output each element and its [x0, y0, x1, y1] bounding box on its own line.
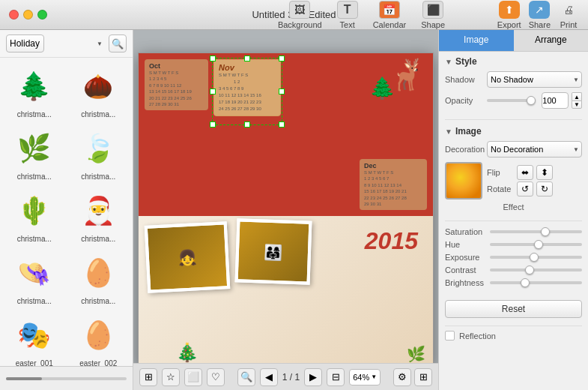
thumbnail-button[interactable]: ⊟ [327, 368, 345, 386]
star-view-button[interactable]: ☆ [162, 368, 180, 386]
style-section: ▼ Style Shadow No Shadow Drop Shadow Inn… [439, 52, 588, 118]
saturation-slider-wrapper [490, 230, 582, 233]
share-tool[interactable]: ↗ Share [529, 1, 551, 29]
opacity-slider-track [487, 99, 536, 102]
calendar-label: Calendar [373, 20, 407, 29]
contrast-thumb[interactable] [525, 266, 534, 274]
exposure-thumb[interactable] [530, 253, 539, 262]
opacity-label: Opacity [445, 96, 484, 105]
asset-image: 🥚 [76, 250, 121, 296]
asset-label: christma... [17, 110, 52, 118]
sidebar: Holiday 🔍 🌲 christma... 🌰 christma... 🌿 … [0, 30, 133, 390]
canvas-area[interactable]: Oct S M T W T F S1 2 3 4 56 7 8 9 10 11 … [133, 30, 438, 390]
handle-bl[interactable] [210, 122, 216, 128]
main-area: Holiday 🔍 🌲 christma... 🌰 christma... 🌿 … [0, 30, 588, 390]
zoom-in-button[interactable]: 🔍 [237, 368, 255, 386]
list-item[interactable]: 🥚 easter_002 [67, 310, 130, 366]
category-select[interactable]: Holiday [6, 34, 44, 52]
saturation-thumb[interactable] [541, 227, 550, 236]
decoration-select[interactable]: No Decoration Border [487, 141, 582, 158]
settings-button[interactable]: ⚙ [393, 368, 411, 386]
list-item[interactable]: 🥚 christma... [67, 248, 130, 308]
style-triangle-icon: ▼ [445, 58, 452, 66]
rotate-right-button[interactable]: ↻ [536, 182, 553, 196]
reset-button[interactable]: Reset [445, 300, 582, 318]
maximize-button[interactable] [37, 10, 47, 20]
handle-r[interactable] [279, 88, 285, 94]
hue-row: Hue [445, 240, 582, 249]
handle-l[interactable] [210, 88, 216, 94]
asset-image: 🎭 [12, 313, 57, 358]
flip-controls: Flip ⬌ ⬍ [487, 165, 553, 180]
brightness-thumb[interactable] [521, 278, 530, 287]
shadow-row: Shadow No Shadow Drop Shadow Inner Shado… [445, 71, 582, 88]
toolbar-right: ⬆ Export ↗ Share 🖨 Print [497, 1, 579, 29]
opacity-input[interactable] [542, 92, 569, 109]
flip-vertical-button[interactable]: ⬍ [536, 165, 553, 180]
print-tool[interactable]: 🖨 Print [558, 1, 579, 29]
list-item[interactable]: 🌲 christma... [3, 61, 66, 122]
shape-tool[interactable]: ⬛ Shape [421, 1, 445, 29]
text-tool[interactable]: T Text [337, 1, 358, 29]
zoom-value: 64% [353, 373, 369, 382]
reflection-checkbox[interactable] [445, 331, 455, 340]
opacity-up-button[interactable]: ▲ [572, 92, 582, 100]
shadow-label: Shadow [445, 75, 484, 84]
reflection-row: Reflection [439, 328, 588, 344]
share-icon: ↗ [529, 1, 550, 19]
handle-tr[interactable] [279, 56, 285, 62]
image-section: ▼ Image Decoration No Decoration Border … [439, 122, 588, 219]
bottom-left-icons: ⊞ ☆ ⬜ ♡ [139, 368, 225, 386]
list-item[interactable]: 🌿 christma... [3, 123, 66, 184]
effect-row: Flip ⬌ ⬍ Rotate ↺ ↻ [445, 162, 582, 200]
rotate-left-button[interactable]: ↺ [517, 182, 533, 196]
opacity-slider-thumb[interactable] [527, 96, 536, 105]
grid-view-button[interactable]: ⊞ [139, 368, 157, 386]
handle-b[interactable] [244, 122, 250, 128]
prev-page-button[interactable]: ◀ [260, 368, 278, 386]
photo-frame-2: 👨‍👩‍👧 [235, 219, 312, 285]
contrast-label: Contrast [445, 266, 490, 274]
list-item[interactable]: 🍃 christma... [67, 123, 130, 184]
list-item[interactable]: 🌵 christma... [3, 185, 66, 246]
heart-view-button[interactable]: ♡ [207, 368, 225, 386]
opacity-slider-wrapper [487, 99, 536, 102]
export-label: Export [497, 20, 521, 29]
export-tool[interactable]: ⬆ Export [497, 1, 521, 29]
exposure-row: Exposure [445, 253, 582, 262]
handle-t[interactable] [244, 56, 250, 62]
next-page-button[interactable]: ▶ [304, 368, 322, 386]
tab-image[interactable]: Image [439, 30, 514, 51]
close-button[interactable] [9, 10, 19, 20]
list-item[interactable]: 🎅 christma... [67, 185, 130, 246]
asset-image: 🎅 [76, 188, 121, 233]
list-item[interactable]: 👒 christma... [3, 248, 66, 308]
search-button[interactable]: 🔍 [109, 34, 127, 52]
asset-label: christma... [17, 172, 52, 181]
reset-section: Reset [439, 296, 588, 324]
layers-button[interactable]: ⊞ [414, 368, 432, 386]
background-icon: 🖼 [289, 1, 310, 19]
brightness-slider-wrapper [490, 281, 582, 284]
calendar-tool[interactable]: 📅 Calendar [373, 1, 407, 29]
bottom-right-controls: ⚙ ⊞ [393, 368, 432, 386]
flip-horizontal-button[interactable]: ⬌ [517, 165, 533, 180]
handle-br[interactable] [279, 122, 285, 128]
opacity-down-button[interactable]: ▼ [572, 100, 582, 109]
shadow-select[interactable]: No Shadow Drop Shadow Inner Shadow [487, 71, 582, 88]
handle-tl[interactable] [210, 56, 216, 62]
minimize-button[interactable] [23, 10, 33, 20]
frame-view-button[interactable]: ⬜ [184, 368, 202, 386]
hue-thumb[interactable] [534, 240, 543, 249]
print-icon: 🖨 [558, 1, 579, 19]
list-item[interactable]: 🌰 christma... [67, 61, 130, 122]
zoom-arrow[interactable]: ▼ [371, 374, 377, 380]
background-tool[interactable]: 🖼 Background [278, 1, 322, 29]
decoration-select-wrapper: No Decoration Border [487, 141, 582, 158]
list-item[interactable]: 🎭 easter_001 [3, 310, 66, 366]
asset-label: easter_001 [16, 359, 53, 366]
effect-thumbnail[interactable] [445, 162, 482, 200]
tab-arrange[interactable]: Arrange [514, 30, 589, 51]
asset-image: 🥚 [76, 313, 121, 358]
style-header-label: Style [455, 56, 477, 67]
